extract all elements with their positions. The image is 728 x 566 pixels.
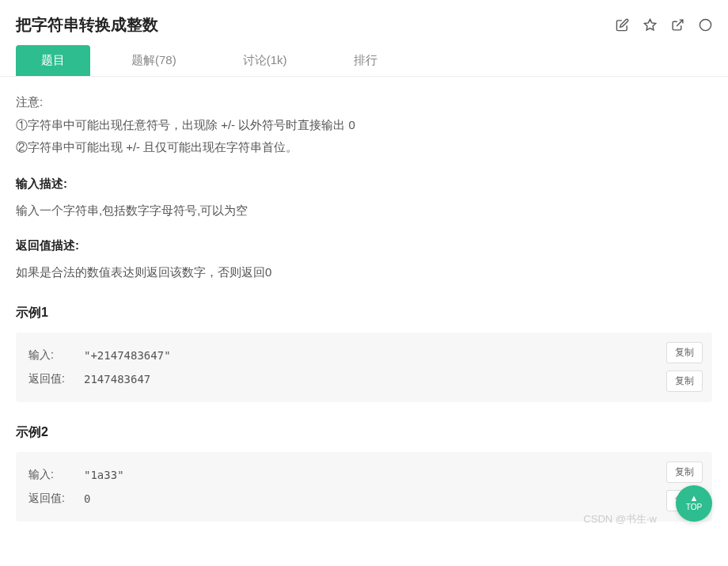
svg-marker-0 [644,19,655,29]
notice-line-2: ②字符串中可能出现 +/- 且仅可能出现在字符串首位。 [16,136,712,159]
edit-icon[interactable] [616,18,629,32]
copy-button[interactable]: 复制 [666,370,703,392]
top-label: TOP [686,503,702,512]
tab-rank[interactable]: 排行 [328,45,403,76]
example-input-value: "+2147483647" [84,349,171,362]
input-description: 输入一个字符串,包括数字字母符号,可以为空 [16,199,712,221]
example-2-title: 示例2 [16,424,712,441]
notice-line-1: ①字符串中可能出现任意符号，出现除 +/- 以外符号时直接输出 0 [16,114,712,137]
example-1-title: 示例1 [16,305,712,321]
external-link-icon[interactable] [671,18,684,32]
watermark: CSDN @书生·w [583,512,657,526]
page-title: 把字符串转换成整数 [16,14,158,36]
svg-point-2 [700,19,711,30]
example-return-value: 0 [84,492,90,505]
tabs-bar: 题目 题解(78) 讨论(1k) 排行 [0,45,728,77]
more-icon[interactable] [699,18,712,32]
return-description: 如果是合法的数值表达则返回该数字，否则返回0 [16,261,712,283]
copy-button[interactable]: 复制 [666,342,703,363]
example-1-box: 复制 复制 输入: "+2147483647" 返回值: 2147483647 [16,332,712,402]
notice-label: 注意: [16,91,712,114]
example-return-label: 返回值: [28,372,84,386]
star-icon[interactable] [643,18,657,32]
example-return-label: 返回值: [28,492,84,506]
svg-line-1 [677,20,683,26]
example-input-label: 输入: [28,348,84,363]
example-2-box: 复制 复制 输入: "1a33" 返回值: 0 [16,452,712,522]
scroll-top-button[interactable]: ▲ TOP [676,485,712,522]
tab-problem[interactable]: 题目 [16,45,90,76]
example-return-value: 2147483647 [84,373,150,386]
copy-button[interactable]: 复制 [666,462,703,483]
example-input-label: 输入: [28,468,84,482]
tab-discuss[interactable]: 讨论(1k) [218,45,313,76]
example-input-value: "1a33" [84,469,124,481]
return-heading: 返回值描述: [16,238,712,253]
tab-solutions[interactable]: 题解(78) [106,45,202,76]
arrow-up-icon: ▲ [690,494,699,503]
input-heading: 输入描述: [16,177,712,192]
